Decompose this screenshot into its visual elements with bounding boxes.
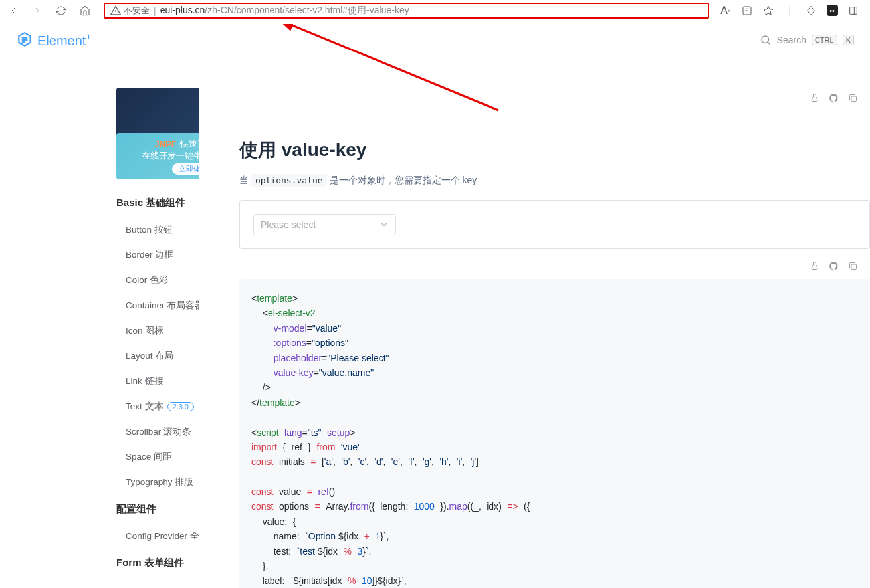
translate-icon[interactable]	[741, 5, 753, 17]
sponsor-banner-2[interactable]: JNPF·快速开发平台 在线开发一键生成功能表单 立即体验	[116, 133, 199, 179]
logo[interactable]: Element+	[16, 31, 92, 49]
sidebar-item-button[interactable]: Button 按钮	[116, 217, 199, 243]
sidebar-item-border[interactable]: Border 边框	[116, 243, 199, 268]
chevron-down-icon	[380, 220, 389, 229]
svg-rect-5	[851, 264, 857, 270]
section-heading: 使用 value-key	[239, 138, 870, 163]
code-actions-bottom	[239, 256, 870, 279]
browser-actions: A» | ••	[720, 5, 865, 17]
back-button[interactable]	[5, 3, 21, 19]
security-warning-icon: 不安全	[110, 5, 150, 17]
extension-icon-1[interactable]	[805, 5, 817, 17]
svg-point-3	[762, 36, 769, 43]
sidebar-section-form: Form 表单组件	[116, 557, 199, 569]
code-block[interactable]: <template> <el-select-v2 v-model="value"…	[239, 279, 870, 588]
sidebar: JNPF·快速开发平台 在线开发一键生成功能表单 立即体验 Basic 基础组件…	[0, 21, 199, 588]
divider: |	[784, 5, 796, 17]
search-button[interactable]: Search CTRL K	[760, 34, 854, 46]
browser-toolbar: 不安全 | eui-plus.cn/zh-CN/component/select…	[0, 0, 870, 21]
sidebar-item-icon[interactable]: Icon 图标	[116, 318, 199, 343]
extension-icon-2[interactable]: ••	[826, 5, 838, 17]
select-input[interactable]: Please select	[253, 214, 396, 235]
sidebar-item-text[interactable]: Text 文本2.3.0	[116, 394, 199, 419]
sidebar-item-scrollbar[interactable]: Scrollbar 滚动条	[116, 419, 199, 444]
sidebar-item-space[interactable]: Space 间距	[116, 444, 199, 470]
playground-icon[interactable]	[810, 261, 819, 274]
sidebar-item-color[interactable]: Color 色彩	[116, 268, 199, 293]
sidebar-item-layout[interactable]: Layout 布局	[116, 343, 199, 369]
sidebar-item-typography[interactable]: Typography 排版	[116, 470, 199, 495]
home-button[interactable]	[77, 3, 93, 19]
copy-icon[interactable]	[848, 93, 858, 106]
sidebar-item-config-provider[interactable]: Config Provider 全局配置	[116, 524, 199, 549]
kbd-k: K	[843, 35, 854, 45]
reading-mode-icon[interactable]: A»	[720, 5, 732, 17]
favorite-icon[interactable]	[762, 5, 774, 17]
sidebar-item-container[interactable]: Container 布局容器	[116, 293, 199, 318]
sidebar-section-config: 配置组件	[116, 503, 199, 516]
kbd-ctrl: CTRL	[812, 35, 837, 45]
app-header: Element+ Search CTRL K	[0, 21, 870, 58]
svg-rect-4	[851, 96, 857, 102]
section-description: 当 options.value 是一个对象时，您需要指定一个 key	[239, 175, 870, 187]
sidebar-item-link[interactable]: Link 链接	[116, 369, 199, 394]
code-actions-top	[239, 88, 870, 111]
github-icon[interactable]	[829, 261, 839, 274]
address-bar[interactable]: 不安全 | eui-plus.cn/zh-CN/component/select…	[104, 3, 709, 19]
sidebar-icon[interactable]	[847, 5, 859, 17]
demo-container: Please select	[239, 200, 870, 249]
svg-rect-1	[850, 7, 857, 14]
forward-button[interactable]	[29, 3, 45, 19]
sidebar-section-basic: Basic 基础组件	[116, 197, 199, 209]
playground-icon[interactable]	[810, 93, 819, 106]
github-icon[interactable]	[829, 93, 839, 106]
refresh-button[interactable]	[53, 3, 69, 19]
copy-icon[interactable]	[848, 261, 858, 274]
main-content: 使用 value-key 当 options.value 是一个对象时，您需要指…	[199, 21, 870, 588]
